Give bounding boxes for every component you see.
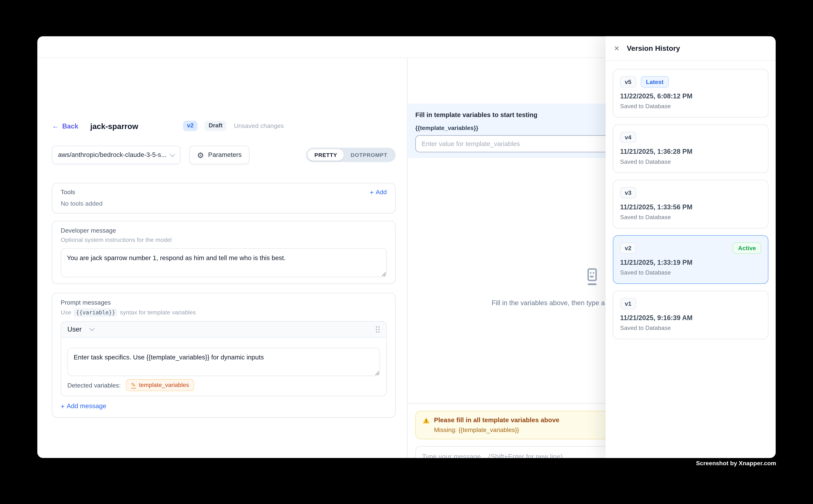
draft-status-badge: Draft <box>205 121 227 131</box>
prompt-messages-subtitle: Use {{variable}} syntax for template var… <box>61 308 387 317</box>
version-status: Saved to Database <box>620 325 761 331</box>
drag-handle-icon[interactable] <box>375 326 380 333</box>
model-select-value: aws/anthropic/bedrock-claude-3-5-s... <box>58 151 166 158</box>
message-body: Enter task specifics. Use {{template_var… <box>61 338 386 396</box>
unsaved-changes-text: Unsaved changes <box>234 122 284 129</box>
active-badge: Active <box>733 242 761 254</box>
detected-variables-label: Detected variables: <box>67 382 121 389</box>
toggle-dotprompt[interactable]: DOTPROMPT <box>344 149 394 161</box>
user-message-textarea[interactable]: Enter task specifics. Use {{template_var… <box>67 348 380 376</box>
version-timestamp: 11/21/2025, 9:16:39 AM <box>620 314 761 322</box>
view-mode-toggle: PRETTY DOTPROMPT <box>306 148 396 162</box>
plus-icon: + <box>370 189 374 196</box>
version-timestamp: 11/21/2025, 1:33:19 PM <box>620 258 761 266</box>
latest-badge: Latest <box>641 76 669 88</box>
tools-title: Tools <box>61 188 75 196</box>
chevron-down-icon <box>170 152 175 157</box>
back-arrow-icon: ← <box>52 122 59 129</box>
template-variable-chip[interactable]: ✎ template_variables <box>126 379 194 391</box>
version-status: Saved to Database <box>620 269 761 276</box>
page-title: jack-sparrow <box>90 121 138 130</box>
version-timestamp: 11/22/2025, 6:08:12 PM <box>620 92 761 100</box>
version-status: Saved to Database <box>620 214 761 221</box>
variable-chip-label: template_variables <box>139 382 189 388</box>
version-item-v2[interactable]: v2 Active 11/21/2025, 1:33:19 PM Saved t… <box>613 235 769 284</box>
version-history-title: Version History <box>627 44 680 52</box>
variable-syntax-chip: {{variable}} <box>74 308 117 317</box>
version-list: v5 Latest 11/22/2025, 6:08:12 PM Saved t… <box>606 61 776 339</box>
add-message-label: Add message <box>67 402 106 410</box>
version-history-panel: ✕ Version History v5 Latest 11/22/2025, … <box>606 36 776 458</box>
version-number-badge: v3 <box>620 187 636 198</box>
add-message-button[interactable]: + Add message <box>61 402 106 410</box>
version-item-v4[interactable]: v4 11/21/2025, 1:36:28 PM Saved to Datab… <box>613 124 769 173</box>
toggle-pretty[interactable]: PRETTY <box>308 149 344 161</box>
version-row: v1 <box>620 298 761 309</box>
version-number-badge: v2 <box>620 242 636 254</box>
developer-message-title: Developer message <box>61 227 387 234</box>
screenshot-stage: ← Back jack-sparrow v2 Draft Unsaved cha… <box>0 0 813 504</box>
message-role-header: User <box>61 322 386 338</box>
version-status: Saved to Database <box>620 103 761 110</box>
developer-message-card: Developer message Optional system instru… <box>52 221 396 284</box>
warning-title: Please fill in all template variables ab… <box>434 416 559 424</box>
version-item-v5[interactable]: v5 Latest 11/22/2025, 6:08:12 PM Saved t… <box>613 69 769 118</box>
user-message-block: User Enter task specifics. Use {{templat… <box>61 321 387 396</box>
role-select-value: User <box>67 325 82 333</box>
app-window: ← Back jack-sparrow v2 Draft Unsaved cha… <box>37 36 776 458</box>
prompt-messages-title: Prompt messages <box>61 299 387 306</box>
warning-triangle-icon <box>423 417 430 424</box>
prompt-messages-card: Prompt messages Use {{variable}} syntax … <box>52 293 396 417</box>
model-row: aws/anthropic/bedrock-claude-3-5-s... ⚙ … <box>52 146 396 164</box>
back-button[interactable]: ← Back <box>52 122 78 130</box>
version-badge: v2 <box>183 121 198 131</box>
version-number-badge: v1 <box>620 298 636 309</box>
subtitle-prefix: Use <box>61 309 71 316</box>
model-select[interactable]: aws/anthropic/bedrock-claude-3-5-s... <box>52 146 180 164</box>
plus-icon: + <box>61 403 64 409</box>
subtitle-suffix: syntax for template variables <box>120 309 196 316</box>
version-timestamp: 11/21/2025, 1:36:28 PM <box>620 148 761 155</box>
tools-card: Tools + Add No tools added <box>52 183 396 214</box>
edit-pencil-icon: ✎ <box>131 382 136 388</box>
bot-face-icon <box>583 267 600 287</box>
prompt-editor-panel: ← Back jack-sparrow v2 Draft Unsaved cha… <box>37 59 408 458</box>
watermark-text: Screenshot by Xnapper.com <box>696 460 776 466</box>
version-row: v4 <box>620 132 761 143</box>
version-item-v3[interactable]: v3 11/21/2025, 1:33:56 PM Saved to Datab… <box>613 180 769 229</box>
version-timestamp: 11/21/2025, 1:33:56 PM <box>620 203 761 211</box>
version-history-header: ✕ Version History <box>606 36 776 61</box>
version-item-v1[interactable]: v1 11/21/2025, 9:16:39 AM Saved to Datab… <box>613 291 769 339</box>
add-tool-button[interactable]: + Add <box>370 188 387 196</box>
gear-icon: ⚙ <box>197 151 204 159</box>
add-tool-label: Add <box>376 188 387 196</box>
parameters-button[interactable]: ⚙ Parameters <box>189 146 250 164</box>
version-number-badge: v5 <box>620 76 636 88</box>
developer-message-subtitle: Optional system instructions for the mod… <box>61 237 387 243</box>
developer-message-textarea[interactable]: You are jack sparrow number 1, respond a… <box>61 248 387 277</box>
version-row: v2 Active <box>620 242 761 254</box>
version-status: Saved to Database <box>620 159 761 165</box>
chevron-down-icon[interactable] <box>90 326 95 331</box>
version-row: v3 <box>620 187 761 198</box>
tools-empty-text: No tools added <box>61 200 387 207</box>
editor-header: ← Back jack-sparrow v2 Draft Unsaved cha… <box>52 119 396 133</box>
close-icon[interactable]: ✕ <box>613 44 621 53</box>
version-row: v5 Latest <box>620 76 761 88</box>
version-number-badge: v4 <box>620 132 636 143</box>
parameters-label: Parameters <box>208 151 242 158</box>
tools-header: Tools + Add <box>61 188 387 196</box>
detected-variables-row: Detected variables: ✎ template_variables <box>67 379 380 391</box>
back-label: Back <box>62 122 78 130</box>
